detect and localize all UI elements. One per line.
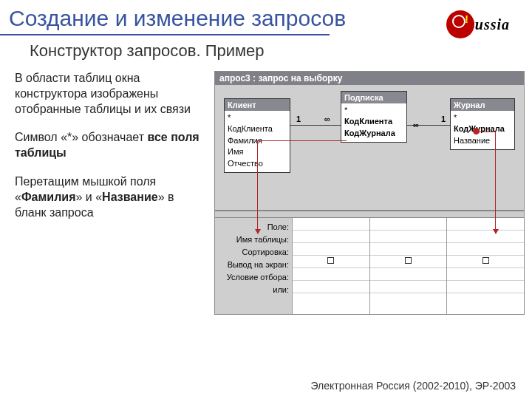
screenshot-panel: апрос3 : запрос на выборку Клиент * КодК… [214,71,525,315]
table-subscription[interactable]: Подписка * КодКлиента КодЖурнала [341,91,407,143]
grid-col[interactable] [446,218,524,314]
checkbox[interactable] [327,257,334,264]
relation-many: ∞ [413,120,419,129]
label-show: Вывод на экран: [215,259,289,271]
grid-col[interactable] [292,218,369,314]
footer-text: Электронная Россия (2002-2010), ЭР-2003 [310,380,516,392]
field[interactable]: КодКлиента [228,123,287,134]
label-field: Поле: [215,221,289,233]
grid-row-labels: Поле: Имя таблицы: Сортировка: Вывод на … [215,218,292,314]
checkbox[interactable] [482,257,489,264]
explanatory-text: В области таблиц окна конструктора изобр… [15,71,205,315]
content-row: В области таблиц окна конструктора изобр… [0,71,532,315]
logo-icon [446,10,474,38]
relation-line [290,125,341,126]
table-journal-fields: * КодЖурнала Название [451,111,514,149]
para-3-b: Фамилия [21,191,76,203]
label-or: или: [215,284,289,296]
relation-one: 1 [296,115,301,123]
relation-many: ∞ [324,115,330,123]
table-journal-header: Журнал [451,99,514,111]
table-subscription-fields: * КодКлиента КодЖурнала [341,103,406,142]
para-3: Перетащим мышкой поля «Фамилия» и «Назва… [15,174,205,220]
field[interactable]: Название [454,135,511,146]
field[interactable]: КодКлиента [344,116,403,127]
para-3-c: » и « [75,191,102,203]
field[interactable]: * [454,112,511,123]
query-designer-window: апрос3 : запрос на выборку Клиент * КодК… [214,71,525,315]
field[interactable]: КодЖурнала [454,123,511,134]
field[interactable]: * [344,105,403,116]
pane-divider[interactable] [215,211,524,218]
label-sort: Сортировка: [215,246,289,259]
slide-subtitle: Конструктор запросов. Пример [0,35,532,71]
logo-text: russia [468,16,510,33]
qbe-grid: Поле: Имя таблицы: Сортировка: Вывод на … [215,218,524,314]
tables-pane: Клиент * КодКлиента Фамилия Имя Отчество… [215,85,524,211]
window-titlebar: апрос3 : запрос на выборку [215,72,524,85]
grid-col[interactable] [369,218,447,314]
logo: russia [437,9,519,40]
checkbox[interactable] [405,257,412,264]
grid-columns [292,218,524,314]
table-subscription-header: Подписка [341,92,406,103]
para-3-d: Название [102,191,158,203]
drag-arrow-nazvanie [495,132,496,233]
field[interactable]: * [228,112,287,123]
table-client-header: Клиент [225,99,290,111]
para-1: В области таблиц окна конструктора изобр… [15,71,205,117]
relation-one: 1 [441,115,446,123]
label-table: Имя таблицы: [215,233,289,246]
para-2-a: Символ «*» обозначает [15,131,147,143]
drag-arrow-familia [257,140,258,233]
para-2: Символ «*» обозначает все поля таблицы [15,130,205,161]
table-journal[interactable]: Журнал * КодЖурнала Название [450,98,515,150]
field[interactable]: КодЖурнала [344,128,403,139]
label-criteria: Условие отбора: [215,271,289,284]
